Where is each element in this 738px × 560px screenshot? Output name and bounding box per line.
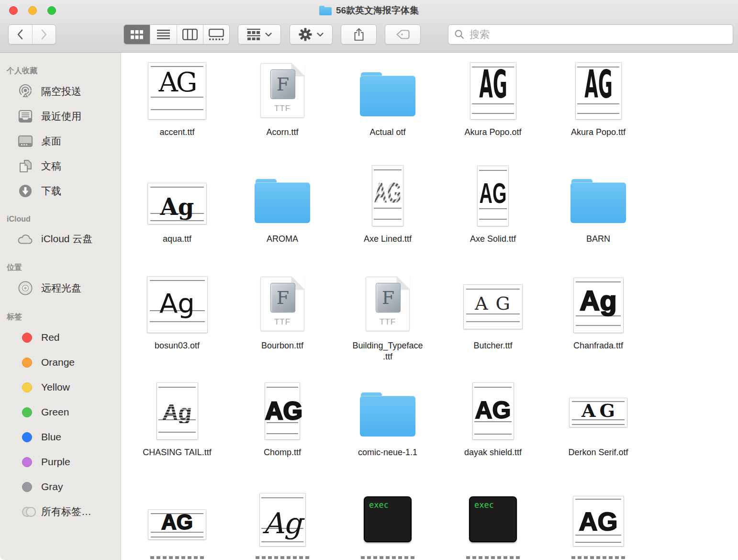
file-item[interactable]: AG Butcher.ttf [440, 276, 546, 383]
sidebar-section-favorites: 个人收藏 [7, 66, 121, 76]
file-item[interactable]: AROMA [230, 169, 335, 276]
file-item[interactable]: AG accent.ttf [124, 63, 230, 169]
sidebar-tag-green[interactable]: Green [0, 400, 121, 425]
all-tags-icon [22, 507, 32, 517]
sidebar: 个人收藏 隔空投送 最近使用 桌面 文稿 [0, 53, 121, 560]
file-item[interactable]: exec [440, 490, 546, 560]
sidebar-item-remote-disc[interactable]: 远程光盘 [0, 276, 121, 301]
file-item[interactable]: AG [124, 490, 230, 560]
file-item[interactable]: FTTF Building_Typeface .ttf [335, 276, 440, 383]
file-item[interactable]: Ag [230, 490, 335, 560]
file-item[interactable]: Ag Chanfrada.ttf [546, 276, 651, 383]
tag-blue-icon [22, 432, 32, 442]
file-browser-content: AG accent.ttf FTTF Acorn.ttf Actual otf … [122, 53, 738, 560]
file-item[interactable]: AG dayak shield.ttf [440, 383, 546, 490]
sidebar-all-tags[interactable]: 所有标签… [0, 499, 121, 524]
window-header: 56款英文海报字体集 [0, 0, 738, 53]
file-item[interactable]: AG Akura Popo.otf [440, 63, 546, 169]
folder-proxy-icon[interactable] [319, 6, 332, 15]
file-item[interactable]: exec [335, 490, 440, 560]
font-preview-thumbnail: AG [148, 63, 206, 119]
tag-button[interactable] [385, 24, 421, 45]
sidebar-section-locations: 位置 [7, 263, 121, 273]
file-item[interactable]: AG Axe Solid.ttf [440, 169, 546, 276]
sidebar-item-label: 文稿 [41, 159, 61, 173]
window-title-text: 56款英文海报字体集 [336, 4, 419, 17]
sidebar-item-downloads[interactable]: 下载 [0, 179, 121, 203]
share-button[interactable] [341, 24, 377, 45]
ttf-document-icon: FTTF [366, 277, 410, 331]
ttf-document-icon: FTTF [260, 63, 304, 118]
font-file-glyph: F [277, 74, 289, 95]
folder-icon [570, 179, 626, 223]
group-by-button[interactable] [238, 24, 281, 45]
icon-view-button[interactable] [124, 25, 150, 44]
file-item[interactable]: Ag aqua.ttf [124, 169, 230, 276]
file-item[interactable]: AG [546, 490, 651, 560]
sidebar-item-label: Orange [41, 357, 75, 368]
sidebar-item-label: 远程光盘 [41, 281, 81, 295]
file-item[interactable]: AG Chomp.ttf [230, 383, 335, 490]
sidebar-tag-purple[interactable]: Purple [0, 449, 121, 474]
sidebar-tag-red[interactable]: Red [0, 325, 121, 350]
font-preview-thumbnail: AG [470, 63, 516, 119]
sidebar-item-label: 下载 [41, 184, 61, 198]
sidebar-item-label: 最近使用 [41, 110, 81, 123]
tag-icon [396, 29, 410, 40]
sidebar-tag-gray[interactable]: Gray [0, 474, 121, 499]
sidebar-item-recents[interactable]: 最近使用 [0, 104, 121, 129]
file-item[interactable]: Actual otf [335, 63, 440, 169]
action-menu-button[interactable] [290, 24, 333, 45]
font-preview-thumbnail: AG [478, 166, 508, 226]
file-item[interactable]: comic-neue-1.1 [335, 383, 440, 490]
search-field[interactable] [448, 24, 733, 45]
file-name: Butcher.ttf [473, 340, 512, 351]
sidebar-item-desktop[interactable]: 桌面 [0, 129, 121, 154]
font-preview-thumbnail: Ag [147, 277, 207, 333]
sidebar-tag-blue[interactable]: Blue [0, 425, 121, 449]
font-preview-thumbnail: AG [148, 510, 206, 539]
file-item[interactable]: BARN [546, 169, 651, 276]
file-name: BARN [586, 234, 610, 245]
share-icon [353, 28, 365, 41]
sidebar-item-label: Blue [41, 431, 61, 443]
file-item[interactable]: FTTF Acorn.ttf [230, 63, 335, 169]
file-item[interactable]: Ag bosun03.otf [124, 276, 230, 383]
sidebar-item-icloud-drive[interactable]: iCloud 云盘 [0, 226, 121, 251]
column-view-button[interactable] [177, 25, 203, 44]
tag-red-icon [22, 333, 32, 343]
chevron-left-icon [15, 28, 25, 41]
documents-icon [17, 158, 34, 174]
gallery-view-button[interactable] [203, 25, 229, 44]
search-icon [454, 29, 465, 40]
file-item[interactable]: AG Akura Popo.ttf [546, 63, 651, 169]
clipped-file-name [571, 556, 625, 559]
file-name: Chomp.ttf [264, 447, 301, 458]
file-item[interactable]: FTTF Bourbon.ttf [230, 276, 335, 383]
sidebar-item-airdrop[interactable]: 隔空投送 [0, 79, 121, 104]
list-view-button[interactable] [150, 25, 176, 44]
file-name: bosun03.otf [155, 340, 200, 351]
sidebar-section-icloud: iCloud [7, 215, 121, 224]
exec-label: exec [369, 500, 389, 510]
font-preview-thumbnail: AG [265, 383, 300, 439]
file-item[interactable]: Ag CHASING TAIL.ttf [124, 383, 230, 490]
clipped-file-name [150, 556, 204, 559]
forward-button[interactable] [32, 25, 56, 44]
file-item[interactable]: AG Axe Lined.ttf [335, 169, 440, 276]
search-input[interactable] [469, 28, 717, 41]
tag-gray-icon [22, 482, 32, 492]
file-item[interactable]: AG Derkon Serif.otf [546, 383, 651, 490]
font-preview-thumbnail: Ag [260, 493, 305, 546]
file-name: AROMA [267, 234, 298, 245]
file-name: Chanfrada.ttf [573, 340, 623, 351]
file-name: Building_Typeface .ttf [352, 340, 423, 363]
sidebar-item-documents[interactable]: 文稿 [0, 154, 121, 179]
font-preview-thumbnail: AG [473, 383, 514, 439]
sidebar-item-label: Purple [41, 456, 70, 468]
window-title: 56款英文海报字体集 [0, 0, 738, 21]
back-button[interactable] [9, 25, 32, 44]
file-name: Actual otf [369, 127, 405, 138]
sidebar-tag-yellow[interactable]: Yellow [0, 375, 121, 400]
sidebar-tag-orange[interactable]: Orange [0, 350, 121, 375]
